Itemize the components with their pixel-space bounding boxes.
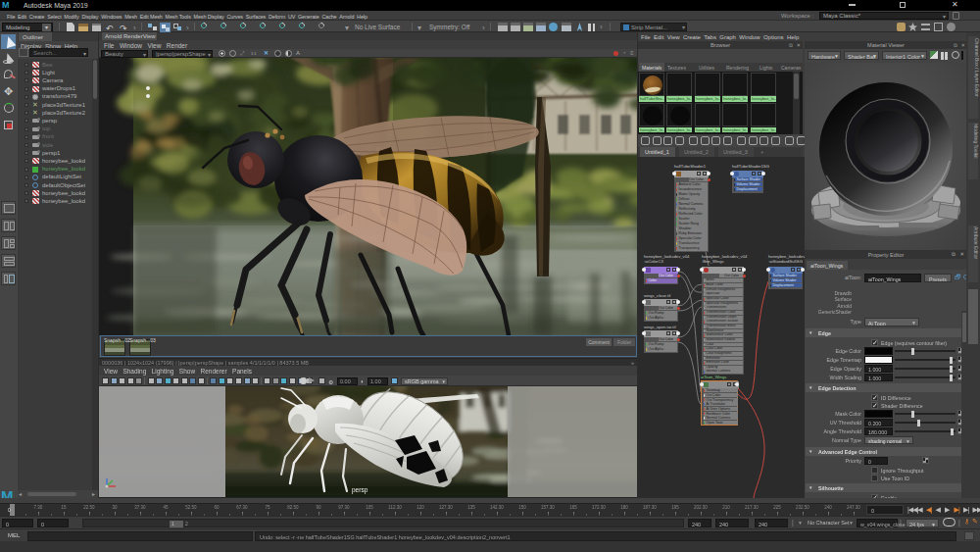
svg-text:persp: persp (352, 486, 368, 494)
